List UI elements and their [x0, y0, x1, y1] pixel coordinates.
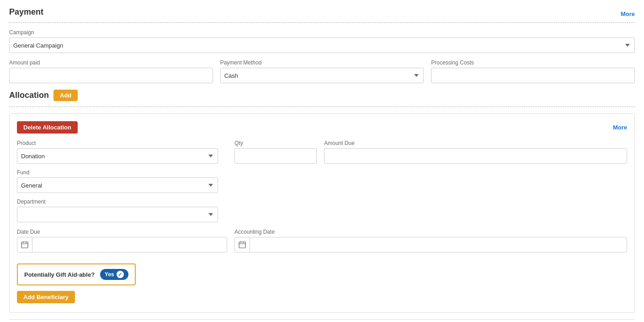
fund-label: Fund [17, 169, 227, 176]
qty-input[interactable]: 1 [234, 148, 317, 164]
date-due-input[interactable]: 02/12/2019 [32, 237, 227, 252]
payment-more-link[interactable]: More [621, 11, 635, 17]
allocation-title: Allocation [9, 91, 49, 100]
qty-label: Qty [234, 140, 317, 146]
add-beneficiary-button[interactable]: Add Beneficiary [17, 291, 75, 303]
date-due-field: 02/12/2019 [17, 237, 227, 252]
gift-aid-label: Potentially Gift Aid-able? [24, 271, 95, 278]
accounting-date-calendar-icon[interactable] [235, 237, 250, 252]
amount-paid-input[interactable]: 10.00 [9, 68, 213, 83]
gift-aid-yes-label: Yes [105, 271, 114, 278]
gift-aid-container: Potentially Gift Aid-able? Yes ✓ [17, 263, 136, 285]
accounting-date-field: 02/01/2020 [234, 237, 627, 252]
department-label: Department [17, 199, 227, 205]
date-due-calendar-icon[interactable] [17, 237, 32, 252]
processing-costs-input[interactable] [431, 68, 635, 83]
payment-method-label: Payment Method [220, 59, 424, 66]
accounting-date-label: Accounting Date [234, 229, 627, 235]
svg-rect-4 [239, 242, 245, 248]
allocation-more-link[interactable]: More [613, 124, 627, 131]
date-due-label: Date Due [17, 229, 227, 235]
amount-paid-label: Amount paid [9, 59, 213, 66]
department-select[interactable]: Admin Programs [17, 207, 218, 222]
fund-select[interactable]: General Special Reserve [17, 177, 218, 193]
payment-method-select[interactable]: Cash Credit Card Check [220, 68, 424, 83]
gift-aid-toggle[interactable]: Yes ✓ [100, 269, 128, 280]
campaign-select[interactable]: General Campaign Other Campaign [9, 38, 635, 53]
product-select[interactable]: Donation Membership [17, 148, 218, 164]
processing-costs-label: Processing Costs [431, 59, 635, 66]
delete-allocation-button[interactable]: Delete Allocation [17, 121, 78, 134]
payment-title: Payment [9, 7, 43, 17]
accounting-date-input[interactable]: 02/01/2020 [250, 237, 627, 252]
campaign-label: Campaign [9, 29, 635, 36]
amount-due-label: Amount Due [324, 140, 627, 146]
product-label: Product [17, 140, 227, 146]
svg-rect-0 [21, 242, 28, 248]
add-button[interactable]: Add [53, 90, 78, 101]
amount-due-input[interactable]: 10.00 [324, 148, 627, 164]
checkmark-icon: ✓ [117, 271, 124, 278]
